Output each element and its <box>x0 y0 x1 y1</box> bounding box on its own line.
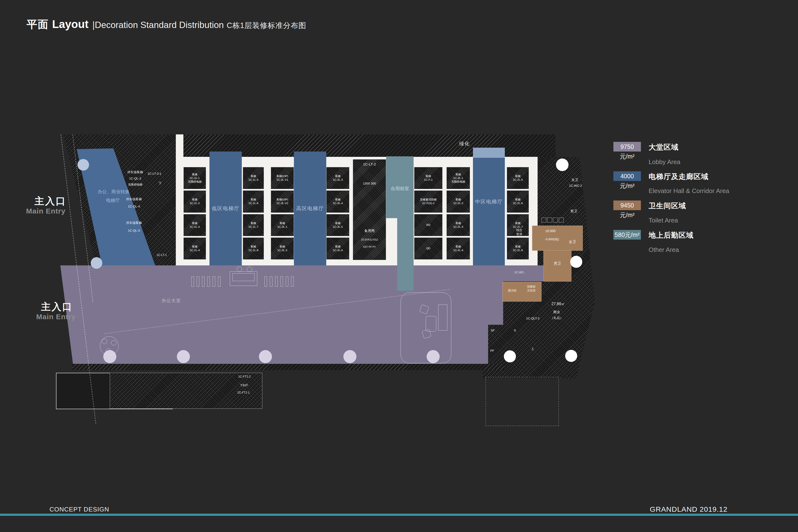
column-dot <box>177 350 190 363</box>
footer-right-text: GRANDLAND 2019.12 <box>650 505 727 513</box>
title-zh: 平面 <box>26 17 49 32</box>
shaft-col-6: 客梯 1C-2L-1 无障碍电梯 客梯 1C-2L-2 客梯 1C-2L-3 客… <box>446 167 470 260</box>
elevator-shaft: 货梯兼消防梯 1C-F(X)-2 <box>414 190 442 212</box>
vestibule-tail <box>397 217 414 291</box>
fixture-square <box>559 217 564 223</box>
elevator-shaft: 客梯 1C-3L-4 <box>326 190 349 212</box>
page-title: 平面 Layout | Decoration Standard Distribu… <box>26 17 306 32</box>
legend-label-elevator-en: Elevator Hall & Corridor Area <box>649 187 729 195</box>
slide: 平面 Layout | Decoration Standard Distribu… <box>0 0 798 532</box>
turnstile <box>197 277 199 287</box>
turnstile <box>264 277 267 287</box>
elevator-shaft: 客梯 1C-2L-3 <box>446 214 470 236</box>
vestibule-label: 合用前室 <box>386 186 414 192</box>
legend-label-other-en: Other Area <box>649 246 679 253</box>
cleaning-room-label: 清洁间 <box>504 289 520 293</box>
stair-dims: 1300 300 <box>353 182 386 186</box>
elevator-shaft: 客梯 1C-2L-8 <box>507 238 529 260</box>
column-dot <box>570 256 582 268</box>
elevator-shaft: 客梯(VIP) 1C-3L-V2 <box>271 190 294 212</box>
elevator-shaft: 客梯 1C-2L-5 <box>507 167 529 189</box>
elevator-shaft: 客梯 1C-1L-6 <box>243 190 264 212</box>
elevator-shaft: 客梯 1C-1L-4 <box>184 238 206 260</box>
toilet-male: 男卫 <box>544 250 571 282</box>
stair-code-lt1: 1C-LT-1 <box>152 253 171 257</box>
shaft-col-4: 客梯 1C-3L-3 客梯 1C-3L-4 客梯 1C-3L-5 客梯 1C-3… <box>326 167 349 260</box>
sofa <box>438 304 448 330</box>
subtitle-en: Decoration Standard Distribution <box>95 20 224 30</box>
high-zone-elevator-hall: 高区电梯厅 <box>294 152 326 270</box>
column-dot <box>77 159 89 171</box>
greenery-label: 绿化 <box>454 140 475 147</box>
turnstile <box>218 277 221 287</box>
main-entry-2-zh: 主入口 <box>41 300 73 314</box>
elevator-shaft: 客梯 1C-1L-3 <box>184 214 206 236</box>
elevator-shaft: 客梯 1C-2L-2 <box>446 190 470 212</box>
turnstile <box>191 277 194 287</box>
ramp-label-2: 下B1F <box>233 384 255 387</box>
shaft-col-3: 客梯(VIP) 1C-3L-V1 客梯(VIP) 1C-3L-V2 客梯 1C-… <box>271 167 294 260</box>
legend-label-toilet-en: Toilet Area <box>649 217 678 224</box>
coffee-table <box>426 316 436 331</box>
elevator-shaft: 客梯 1C-3L-5 <box>326 214 349 236</box>
turnstile <box>291 277 294 287</box>
legend-label-other-zh: 地上后勤区域 <box>649 230 694 240</box>
turnstile <box>280 277 283 287</box>
elevator-shaft: 客梯 1C-2L-1 无障碍电梯 <box>446 167 470 189</box>
toilet-upper: ±0.000 -0.600(结) 女卫 <box>532 226 583 251</box>
shaft-col-5: 客梯 1C-F-1 货梯兼消防梯 1C-F(X)-2 RD QD <box>414 167 442 260</box>
footer-accent-line <box>0 514 798 516</box>
male-toilet-upper-label: 男卫 <box>567 209 581 213</box>
reception-desk-inner <box>232 273 254 281</box>
wc-corridor-label: 1C-WC- <box>509 271 530 274</box>
shaft-col-1: 客梯 1C-1L-1 无障碍电梯 客梯 1C-1L-2 客梯 1C-1L-3 客… <box>184 167 206 260</box>
office-lobby <box>60 265 545 364</box>
legend-swatch-other: 580元/m² <box>613 230 641 240</box>
table-chair <box>102 339 107 344</box>
table-chair <box>106 348 111 354</box>
level-minus-label: -0.600(结) <box>538 238 565 242</box>
fixture-square <box>542 217 546 223</box>
stair-label: 1C-LT-2 <box>353 162 386 167</box>
reception-chair <box>237 267 242 272</box>
ramp-label-3: 1C-FT1-1 <box>230 391 257 395</box>
column-dot <box>556 158 569 171</box>
table-chair <box>111 340 116 345</box>
elevator-shaft: 客梯 1C-1L-2 <box>184 190 206 212</box>
sidewalk-strip <box>72 364 504 370</box>
turnstile <box>202 277 205 287</box>
elevator-shaft: 客梯(VIP) 1C-3L-V1 <box>271 167 294 189</box>
lobby-label: 办公大堂 <box>150 298 193 304</box>
retail-dashed-outline <box>486 377 559 426</box>
retail-label: 商业 <box>548 310 565 314</box>
legend-swatch-lobby: 9750元/m² <box>613 142 641 152</box>
legend-label-toilet-zh: 卫生间区域 <box>649 201 686 211</box>
female-toilet-label: 女卫 <box>565 239 580 244</box>
parking-lift-code-2: 1C-QL-4 <box>119 205 148 209</box>
pf-shaft-label: PF <box>488 349 497 353</box>
subtitle-zh: C栋1层装修标准分布图 <box>227 20 306 31</box>
turnstile <box>213 277 215 287</box>
column-dot <box>259 350 272 363</box>
main-entry-1-en: Main Entry <box>26 207 65 215</box>
column-dot <box>343 350 356 363</box>
legend-swatch-elevator: 4000元/m² <box>613 171 641 181</box>
low-zone-elevator-hall: 低区电梯厅 <box>209 152 242 270</box>
elevator-shaft: 客梯 1C-1L-7 <box>243 214 264 236</box>
elevator-shaft: 客梯 1C-F-1 <box>414 167 442 189</box>
low-zone-hall-label: 低区电梯厅 <box>209 205 242 212</box>
spare-gate-label: 备用闸 <box>353 228 386 233</box>
fixture-square <box>553 217 558 223</box>
corridor-left-strip <box>176 134 184 270</box>
legend-label-lobby-zh: 大堂区域 <box>649 142 679 152</box>
turnstile <box>270 277 272 287</box>
accessible-lift-label: 无障碍电梯 <box>121 183 150 187</box>
title-divider: | <box>92 20 95 30</box>
shared-vestibule: 合用前室 <box>386 156 414 218</box>
male-toilet-label: 男卫 <box>544 261 571 266</box>
mid-zone-hall-label: 中区电梯厅 <box>473 198 505 205</box>
pipe-shaft-label: 综合 管井 <box>513 228 526 236</box>
stair-block: 1C-LT-2 1300 300 备用闸 JS SYKSJ KSJ XST PF… <box>353 159 386 260</box>
duct-shaft: QD <box>414 238 442 260</box>
fixture-square <box>547 217 552 223</box>
